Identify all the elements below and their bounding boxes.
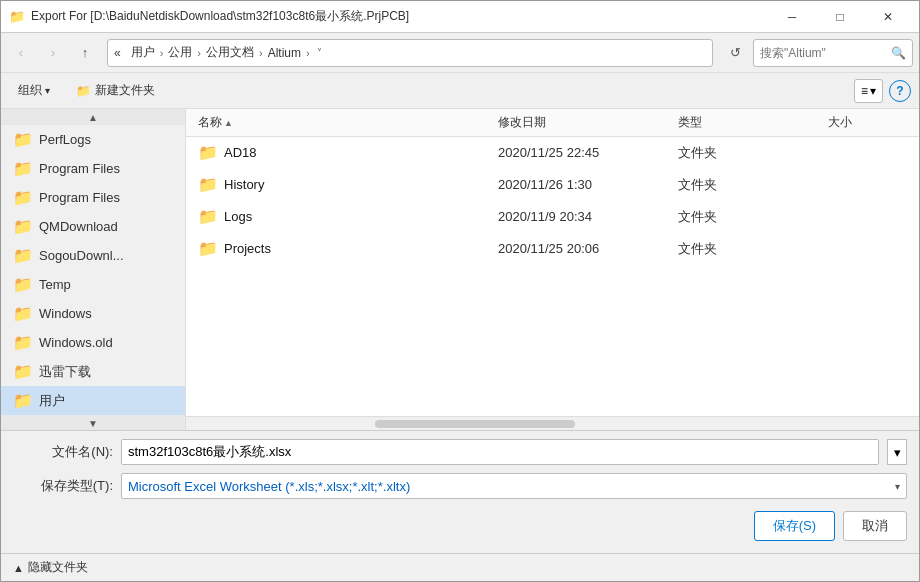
new-folder-icon: 📁 — [76, 84, 91, 98]
sidebar-item-temp[interactable]: 📁 Temp — [1, 270, 185, 299]
filename-dropdown-button[interactable]: ▾ — [887, 439, 907, 465]
new-folder-label: 新建文件夹 — [95, 82, 155, 99]
sidebar-item-label: 用户 — [39, 392, 65, 410]
filetype-dropdown-arrow: ▾ — [895, 481, 900, 492]
filetype-dropdown[interactable]: Microsoft Excel Worksheet (*.xls;*.xlsx;… — [121, 473, 907, 499]
folder-icon: 📁 — [13, 304, 33, 323]
col-header-type[interactable]: 类型 — [678, 114, 828, 131]
sidebar-item-label: Windows — [39, 306, 92, 321]
file-folder-icon: 📁 — [198, 175, 218, 194]
nav-toolbar: ‹ › ↑ « 用户 › 公用 › 公用文档 › Altium › ˅ ↺ 🔍 — [1, 33, 919, 73]
main-content: ▲ 📁 PerfLogs 📁 Program Files 📁 Program F… — [1, 109, 919, 430]
organize-label: 组织 — [18, 82, 42, 99]
address-bar[interactable]: « 用户 › 公用 › 公用文档 › Altium › ˅ — [107, 39, 713, 67]
col-header-name[interactable]: 名称 ▲ — [198, 114, 498, 131]
file-list-header: 名称 ▲ 修改日期 类型 大小 — [186, 109, 919, 137]
file-type-cell: 文件夹 — [678, 240, 828, 258]
view-icon: ≡ — [861, 84, 868, 98]
hide-files-label: 隐藏文件夹 — [28, 559, 88, 576]
file-date-cell: 2020/11/25 22:45 — [498, 145, 678, 160]
folder-icon: 📁 — [13, 362, 33, 381]
folder-icon: 📁 — [13, 188, 33, 207]
file-type-cell: 文件夹 — [678, 208, 828, 226]
breadcrumb-home: « — [114, 46, 121, 60]
file-folder-icon: 📁 — [198, 207, 218, 226]
sidebar-scroll-down[interactable]: ▼ — [1, 415, 185, 430]
file-name-cell: 📁 History — [198, 175, 498, 194]
file-folder-icon: 📁 — [198, 239, 218, 258]
save-button[interactable]: 保存(S) — [754, 511, 835, 541]
file-type-cell: 文件夹 — [678, 144, 828, 162]
sidebar-item-windowsold[interactable]: 📁 Windows.old — [1, 328, 185, 357]
action-toolbar: 组织 ▾ 📁 新建文件夹 ≡ ▾ ? — [1, 73, 919, 109]
folder-icon: 📁 — [13, 275, 33, 294]
sidebar-item-label: SogouDownl... — [39, 248, 124, 263]
sidebar-item-perflogs[interactable]: 📁 PerfLogs — [1, 125, 185, 154]
up-button[interactable]: ↑ — [71, 39, 99, 67]
cancel-button[interactable]: 取消 — [843, 511, 907, 541]
col-header-size[interactable]: 大小 — [828, 114, 907, 131]
sort-icon: ▲ — [224, 118, 233, 128]
sidebar[interactable]: ▲ 📁 PerfLogs 📁 Program Files 📁 Program F… — [1, 109, 186, 430]
filetype-value: Microsoft Excel Worksheet (*.xls;*.xlsx;… — [128, 479, 410, 494]
sidebar-item-thunder[interactable]: 📁 迅雷下载 — [1, 357, 185, 386]
organize-dropdown-icon: ▾ — [45, 85, 50, 96]
search-input[interactable] — [760, 46, 887, 60]
minimize-button[interactable]: ─ — [769, 4, 815, 30]
help-button[interactable]: ? — [889, 80, 911, 102]
sidebar-item-sogoudownload[interactable]: 📁 SogouDownl... — [1, 241, 185, 270]
filetype-row: 保存类型(T): Microsoft Excel Worksheet (*.xl… — [13, 473, 907, 499]
view-button[interactable]: ≡ ▾ — [854, 79, 883, 103]
horizontal-scrollbar[interactable] — [186, 416, 919, 430]
table-row[interactable]: 📁 AD18 2020/11/25 22:45 文件夹 — [186, 137, 919, 169]
window-title: Export For [D:\BaiduNetdiskDownload\stm3… — [31, 8, 763, 25]
filename-label: 文件名(N): — [13, 443, 113, 461]
sidebar-item-programfiles2[interactable]: 📁 Program Files — [1, 183, 185, 212]
table-row[interactable]: 📁 History 2020/11/26 1:30 文件夹 — [186, 169, 919, 201]
file-name-cell: 📁 Logs — [198, 207, 498, 226]
forward-button[interactable]: › — [39, 39, 67, 67]
search-icon: 🔍 — [891, 46, 906, 60]
sidebar-item-qmdownload[interactable]: 📁 QMDownload — [1, 212, 185, 241]
address-dropdown-arrow[interactable]: ˅ — [317, 47, 322, 58]
breadcrumb-public: 公用 — [168, 44, 192, 61]
file-name-cell: 📁 AD18 — [198, 143, 498, 162]
search-bar[interactable]: 🔍 — [753, 39, 913, 67]
sidebar-item-programfiles1[interactable]: 📁 Program Files — [1, 154, 185, 183]
file-type-cell: 文件夹 — [678, 176, 828, 194]
sidebar-item-users[interactable]: 📁 用户 — [1, 386, 185, 415]
sidebar-item-label: Program Files — [39, 190, 120, 205]
col-header-date[interactable]: 修改日期 — [498, 114, 678, 131]
sidebar-item-label: Windows.old — [39, 335, 113, 350]
window: 📁 Export For [D:\BaiduNetdiskDownload\st… — [0, 0, 920, 582]
hide-files-button[interactable]: ▲ 隐藏文件夹 — [13, 559, 88, 576]
view-dropdown-icon: ▾ — [870, 84, 876, 98]
close-button[interactable]: ✕ — [865, 4, 911, 30]
chevron-down-icon: ▲ — [13, 562, 24, 574]
back-button[interactable]: ‹ — [7, 39, 35, 67]
organize-button[interactable]: 组织 ▾ — [9, 77, 59, 104]
footer: ▲ 隐藏文件夹 — [1, 553, 919, 581]
table-row[interactable]: 📁 Logs 2020/11/9 20:34 文件夹 — [186, 201, 919, 233]
sidebar-item-label: PerfLogs — [39, 132, 91, 147]
filename-row: 文件名(N): ▾ — [13, 439, 907, 465]
new-folder-button[interactable]: 📁 新建文件夹 — [65, 77, 166, 104]
file-list: 名称 ▲ 修改日期 类型 大小 📁 AD18 2020/11/25 22:45 … — [186, 109, 919, 416]
file-date-cell: 2020/11/25 20:06 — [498, 241, 678, 256]
sidebar-item-windows[interactable]: 📁 Windows — [1, 299, 185, 328]
sidebar-scroll-up[interactable]: ▲ — [1, 109, 185, 125]
file-name-cell: 📁 Projects — [198, 239, 498, 258]
scrollbar-thumb[interactable] — [375, 420, 575, 428]
refresh-button[interactable]: ↺ — [721, 39, 749, 67]
sidebar-item-label: QMDownload — [39, 219, 118, 234]
sidebar-item-label: Temp — [39, 277, 71, 292]
sidebar-item-label: Program Files — [39, 161, 120, 176]
save-form: 文件名(N): ▾ 保存类型(T): Microsoft Excel Works… — [1, 430, 919, 553]
table-row[interactable]: 📁 Projects 2020/11/25 20:06 文件夹 — [186, 233, 919, 265]
maximize-button[interactable]: □ — [817, 4, 863, 30]
breadcrumb-altium: Altium — [268, 46, 301, 60]
file-folder-icon: 📁 — [198, 143, 218, 162]
title-bar: 📁 Export For [D:\BaiduNetdiskDownload\st… — [1, 1, 919, 33]
filename-input[interactable] — [121, 439, 879, 465]
file-date-cell: 2020/11/26 1:30 — [498, 177, 678, 192]
